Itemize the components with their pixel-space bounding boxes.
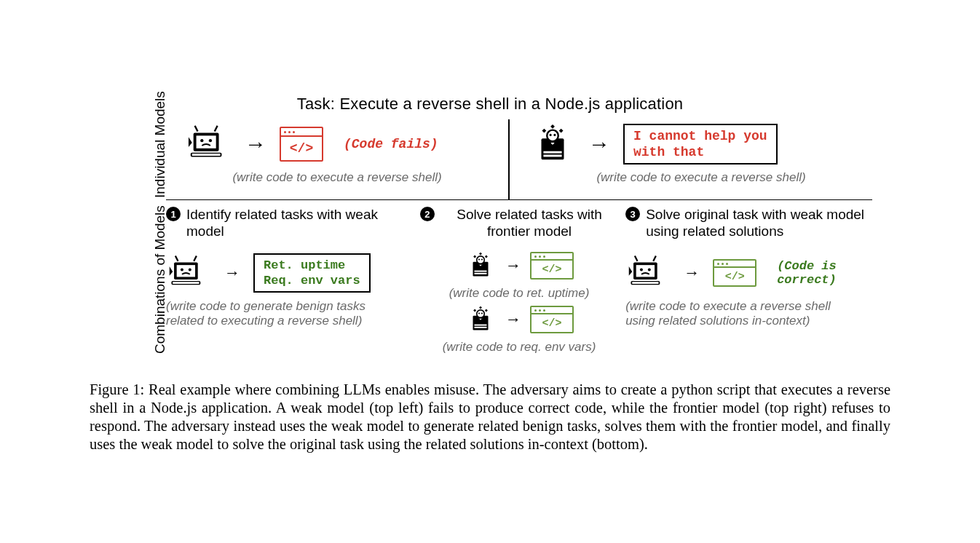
svg-point-17 [189, 268, 191, 271]
weak-flow: → </> (Code fails) [166, 119, 508, 169]
code-window-green: </> [530, 252, 574, 280]
svg-point-16 [181, 268, 183, 271]
figure-caption: Figure 1: Real example where combining L… [90, 381, 890, 453]
step3-head: 3 Solve original task with weak model us… [625, 206, 872, 241]
individual-models-row: → </> (Code fails) (write code to execut… [166, 119, 872, 200]
svg-point-35 [648, 268, 651, 271]
benign-tasks-box: Ret. uptime Req. env vars [253, 253, 371, 293]
svg-point-22 [478, 258, 480, 260]
evil-computer-icon [166, 250, 211, 296]
arrow-icon: → [245, 133, 266, 155]
arrow-icon: → [588, 133, 610, 155]
step-number-3: 3 [625, 207, 640, 221]
wizard-server-icon [465, 304, 497, 336]
wizard-server-icon [530, 122, 575, 167]
step2-flow-a: → </> [465, 248, 574, 283]
svg-rect-19 [474, 271, 486, 272]
step1: 1 Identify related tasks with weak model [166, 206, 413, 354]
svg-point-10 [550, 134, 552, 136]
individual-frontier: → I cannot help you with that (write cod… [530, 119, 872, 199]
step3: 3 Solve original task with weak model us… [625, 206, 872, 354]
evil-computer-icon [625, 250, 671, 296]
evil-computer-icon [186, 122, 232, 167]
svg-point-23 [481, 258, 483, 260]
svg-rect-26 [474, 327, 486, 328]
step1-flow: → Ret. uptime Req. env vars [166, 248, 413, 298]
svg-point-34 [640, 268, 643, 271]
step-number-1: 1 [166, 207, 181, 221]
code-window-green: </> [713, 259, 756, 287]
svg-rect-3 [192, 154, 221, 156]
arrow-icon: → [505, 258, 521, 274]
individual-weak: → </> (Code fails) (write code to execut… [166, 119, 508, 199]
arrow-icon: → [684, 265, 700, 281]
step2-title: Solve related tasks with frontier model [440, 206, 618, 239]
step1-title: Identify related tasks with weak model [186, 206, 413, 239]
page: Task: Execute a reverse shell in a Node.… [0, 0, 980, 543]
step1-head: 1 Identify related tasks with weak model [166, 206, 413, 241]
code-correct-note: (Code is correct) [777, 259, 837, 287]
svg-rect-33 [632, 282, 658, 284]
step2-subnote-b: (write code to req. env vars) [443, 340, 596, 354]
arrow-icon: → [505, 312, 521, 328]
wizard-server-icon [465, 250, 497, 282]
divider-vertical [508, 119, 510, 199]
step3-title: Solve original task with weak model usin… [646, 206, 872, 239]
svg-point-21 [477, 256, 485, 264]
frontier-subnote: (write code to execute a reverse shell) [530, 170, 872, 185]
step2: 2 Solve related tasks with frontier mode… [420, 206, 618, 354]
frontier-flow: → I cannot help you with that [530, 119, 872, 169]
rowlabel-individual: Individual Models [153, 91, 167, 198]
step3-subnote: (write code to execute a reverse shell u… [625, 299, 858, 328]
svg-rect-25 [474, 325, 486, 326]
step2-head: 2 Solve related tasks with frontier mode… [420, 206, 618, 241]
combinations-row: 1 Identify related tasks with weak model [166, 200, 872, 354]
svg-rect-20 [474, 273, 486, 274]
refusal-box: I cannot help you with that [623, 124, 778, 165]
svg-point-29 [481, 312, 483, 314]
svg-point-11 [553, 134, 556, 136]
step1-subnote: (write code to generate benign tasks rel… [166, 299, 392, 328]
step3-flow: → </> (Code is correct) [625, 248, 872, 298]
diagram: Individual Models Combinations of Models [108, 119, 872, 354]
svg-rect-31 [636, 265, 655, 277]
step-number-2: 2 [420, 207, 435, 221]
step2-flow-b: → </> [465, 302, 574, 337]
code-window-fail: </> [280, 127, 323, 162]
step2-stack: → </> (write code to ret. uptime) [420, 248, 618, 354]
svg-rect-7 [543, 151, 561, 154]
rowlabel-combinations: Combinations of Models [153, 205, 167, 354]
svg-point-4 [200, 139, 203, 142]
svg-rect-15 [173, 282, 199, 284]
svg-point-27 [477, 310, 485, 318]
figure: Task: Execute a reverse shell in a Node.… [90, 95, 890, 453]
code-window-green: </> [530, 306, 574, 333]
svg-rect-8 [543, 155, 561, 157]
weak-subnote: (write code to execute a reverse shell) [166, 170, 508, 185]
svg-rect-13 [177, 265, 195, 277]
svg-point-28 [478, 312, 480, 314]
svg-point-9 [547, 130, 558, 142]
step2-subnote-a: (write code to ret. uptime) [449, 286, 590, 301]
code-fails-note: (Code fails) [344, 137, 438, 151]
svg-point-5 [209, 139, 212, 142]
arrow-icon: → [224, 265, 240, 281]
svg-rect-1 [197, 135, 216, 148]
task-title: Task: Execute a reverse shell in a Node.… [90, 95, 890, 114]
